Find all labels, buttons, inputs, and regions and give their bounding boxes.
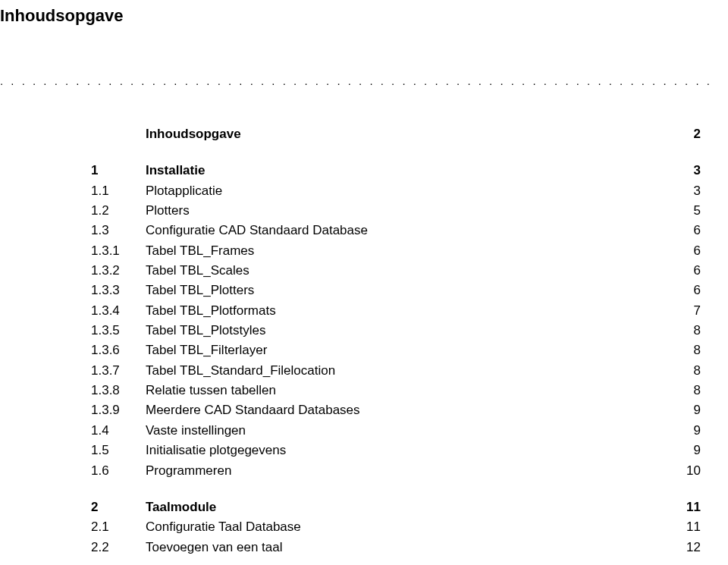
toc-item-page: 7 [670, 301, 701, 321]
toc-section-header: 2 Taalmodule 11 [91, 498, 701, 517]
toc-item-page: 8 [670, 381, 701, 400]
toc-item-row: 1.5 Initialisatie plotgegevens 9 [91, 441, 701, 460]
page-title: Inhoudsopgave [0, 6, 716, 26]
toc-item-label: Meerdere CAD Standaard Databases [146, 400, 670, 420]
toc-item-page: 10 [670, 461, 701, 481]
toc-item-row: 2.2 Toevoegen van een taal 12 [91, 538, 701, 557]
toc-item-num: 1.1 [91, 181, 146, 201]
toc-section-header: 1 Installatie 3 [91, 161, 701, 180]
toc-item-label: Configuratie CAD Standaard Database [146, 221, 670, 240]
toc-item-num: 1.3.7 [91, 361, 146, 381]
toc-item-num: 1.3.5 [91, 321, 146, 341]
toc-item-num: 1.4 [91, 421, 146, 441]
toc-item-num: 1.3.1 [91, 241, 146, 261]
toc-item-num: 1.3 [91, 221, 146, 240]
toc-item-label: Tabel TBL_Scales [146, 261, 670, 281]
toc-item-num: 2.2 [91, 538, 146, 557]
toc-item-row: 1.6 Programmeren 10 [91, 461, 701, 481]
toc-item-row: 1.3.7 Tabel TBL_Standard_Filelocation 8 [91, 361, 701, 381]
toc-item-page: 3 [670, 181, 701, 201]
toc-item-num: 1.3.9 [91, 400, 146, 420]
toc-item-num: 1.2 [91, 201, 146, 221]
toc-section-page: 11 [670, 498, 701, 517]
toc-item-page: 8 [670, 361, 701, 381]
toc-item-row: 1.2 Plotters 5 [91, 201, 701, 221]
toc-self-page: 2 [670, 124, 701, 144]
toc-item-label: Plotters [146, 201, 670, 221]
toc-item-row: 1.3.1 Tabel TBL_Frames 6 [91, 241, 701, 261]
toc-item-label: Toevoegen van een taal [146, 538, 670, 557]
toc-item-label: Programmeren [146, 461, 670, 481]
toc-item-page: 6 [670, 221, 701, 240]
toc-item-label: Tabel TBL_Frames [146, 241, 670, 261]
toc-item-page: 9 [670, 400, 701, 420]
toc-self-label: Inhoudsopgave [91, 124, 670, 144]
toc-item-row: 1.3.4 Tabel TBL_Plotformats 7 [91, 301, 701, 321]
toc-item-row: 1.4 Vaste instellingen 9 [91, 421, 701, 441]
toc-item-page: 9 [670, 441, 701, 460]
toc-content: Inhoudsopgave 2 1 Installatie 3 1.1 Plot… [0, 124, 716, 565]
toc-item-row: 1.1 Plotapplicatie 3 [91, 181, 701, 201]
toc-item-row: 1.3.6 Tabel TBL_Filterlayer 8 [91, 341, 701, 360]
toc-item-label: Configuratie Taal Database [146, 517, 670, 537]
toc-item-num: 1.3.8 [91, 381, 146, 400]
toc-item-label: Plotapplicatie [146, 181, 670, 201]
toc-item-num: 1.5 [91, 441, 146, 460]
toc-item-page: 6 [670, 261, 701, 281]
toc-item-page: 6 [670, 281, 701, 300]
toc-item-page: 8 [670, 321, 701, 341]
toc-item-row: 1.3.2 Tabel TBL_Scales 6 [91, 261, 701, 281]
toc-item-row: 1.3 Configuratie CAD Standaard Database … [91, 221, 701, 240]
toc-item-label: Tabel TBL_Standard_Filelocation [146, 361, 670, 381]
toc-section-num: 2 [91, 498, 146, 517]
toc-item-num: 1.3.6 [91, 341, 146, 360]
toc-item-label: Tabel TBL_Plotstyles [146, 321, 670, 341]
toc-item-page: 6 [670, 241, 701, 261]
toc-item-page: 8 [670, 341, 701, 360]
toc-item-page: 5 [670, 201, 701, 221]
toc-item-row: 1.3.8 Relatie tussen tabellen 8 [91, 381, 701, 400]
toc-item-page: 9 [670, 421, 701, 441]
toc-section-num: 1 [91, 161, 146, 180]
toc-self-row: Inhoudsopgave 2 [91, 124, 701, 144]
toc-item-num: 2.1 [91, 517, 146, 537]
toc-item-page: 12 [670, 538, 701, 557]
toc-item-label: Vaste instellingen [146, 421, 670, 441]
toc-item-num: 1.6 [91, 461, 146, 481]
toc-item-label: Relatie tussen tabellen [146, 381, 670, 400]
toc-item-label: Initialisatie plotgegevens [146, 441, 670, 460]
dotted-divider: . . . . . . . . . . . . . . . . . . . . … [0, 74, 716, 88]
toc-item-page: 11 [670, 517, 701, 537]
toc-item-row: 1.3.9 Meerdere CAD Standaard Databases 9 [91, 400, 701, 420]
toc-item-row: 1.3.5 Tabel TBL_Plotstyles 8 [91, 321, 701, 341]
toc-item-row: 2.1 Configuratie Taal Database 11 [91, 517, 701, 537]
toc-item-num: 1.3.4 [91, 301, 146, 321]
toc-item-num: 1.3.3 [91, 281, 146, 300]
toc-item-label: Tabel TBL_Plotformats [146, 301, 670, 321]
toc-item-label: Tabel TBL_Filterlayer [146, 341, 670, 360]
toc-section-label: Installatie [146, 161, 670, 180]
toc-item-label: Tabel TBL_Plotters [146, 281, 670, 300]
toc-item-num: 1.3.2 [91, 261, 146, 281]
toc-item-row: 1.3.3 Tabel TBL_Plotters 6 [91, 281, 701, 300]
toc-section-label: Taalmodule [146, 498, 670, 517]
toc-section-page: 3 [670, 161, 701, 180]
